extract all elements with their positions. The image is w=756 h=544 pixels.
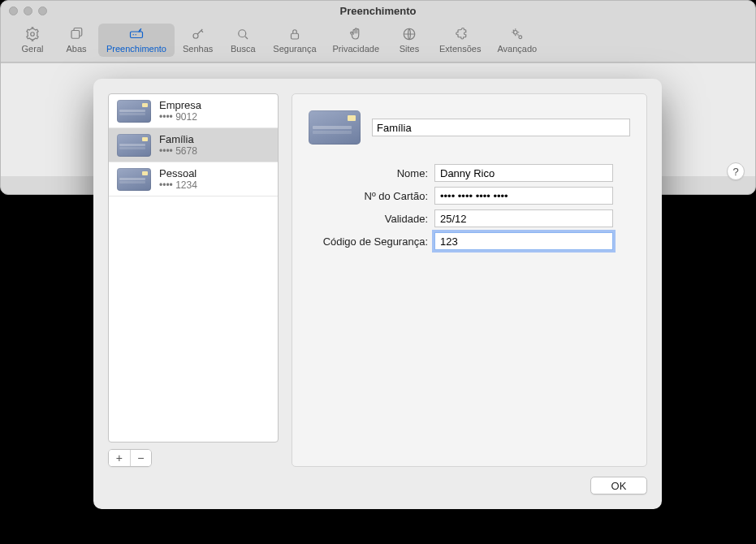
titlebar: Preenchimento — [1, 1, 755, 20]
ok-button[interactable]: OK — [590, 477, 647, 494]
remove-card-button[interactable]: − — [131, 450, 152, 466]
svg-point-6 — [404, 28, 415, 40]
card-number-input[interactable] — [434, 187, 613, 205]
hand-icon — [348, 27, 363, 41]
tab-label: Extensões — [439, 44, 481, 54]
tabs-icon — [69, 27, 84, 41]
tab-abas: Abas — [54, 24, 98, 57]
credit-card-icon — [117, 100, 151, 123]
tab-busca: Busca — [221, 24, 265, 57]
card-name: Empresa — [159, 99, 201, 111]
label-name: Nome: — [309, 167, 434, 179]
card-row-pessoal[interactable]: Pessoal •••• 1234 — [109, 162, 278, 196]
svg-point-4 — [239, 30, 246, 37]
card-list[interactable]: Empresa •••• 9012 Família •••• 5678 Pess… — [108, 93, 279, 443]
tab-label: Avançado — [497, 44, 537, 54]
add-remove-group: + − — [108, 449, 152, 467]
key-icon — [191, 27, 205, 41]
label-cvv: Código de Segurança: — [309, 235, 434, 248]
card-masked-digits: •••• 5678 — [159, 145, 197, 157]
tab-label: Privacidade — [333, 44, 379, 54]
tab-privacidade: Privacidade — [325, 24, 387, 57]
svg-point-3 — [193, 33, 198, 38]
tab-seguranca: Segurança — [265, 24, 324, 57]
plus-icon: + — [116, 451, 123, 464]
close-window-icon — [9, 6, 18, 15]
gear-icon — [25, 27, 40, 41]
label-card-number: Nº do Cartão: — [309, 190, 434, 202]
tab-geral: Geral — [11, 24, 54, 57]
tab-sites: Sites — [387, 24, 431, 57]
minimize-window-icon — [24, 6, 32, 15]
svg-rect-2 — [131, 32, 143, 38]
autofill-icon — [129, 27, 144, 41]
add-card-button[interactable]: + — [109, 450, 131, 466]
lock-icon — [287, 27, 302, 41]
card-name: Pessoal — [159, 167, 197, 179]
tab-label: Segurança — [273, 44, 316, 54]
svg-point-8 — [519, 36, 522, 39]
tab-senhas: Senhas — [175, 24, 221, 57]
card-cvv-input[interactable] — [434, 232, 613, 250]
card-masked-digits: •••• 1234 — [159, 179, 197, 191]
card-name: Família — [159, 133, 197, 145]
minus-icon: − — [137, 451, 144, 464]
card-expiry-input[interactable] — [434, 209, 613, 227]
credit-card-icon — [117, 134, 151, 157]
svg-rect-5 — [291, 33, 298, 39]
window-title: Preenchimento — [340, 5, 417, 17]
credit-cards-sheet: Empresa •••• 9012 Família •••• 5678 Pess… — [93, 79, 662, 509]
tab-avancado: Avançado — [489, 24, 545, 57]
tab-preenchimento: Preenchimento — [98, 24, 175, 57]
preferences-toolbar: Geral Abas Preenchimento Senhas — [1, 20, 755, 63]
card-list-panel: Empresa •••• 9012 Família •••• 5678 Pess… — [108, 93, 279, 467]
gears-icon — [510, 27, 525, 41]
svg-rect-1 — [71, 31, 80, 39]
credit-card-icon — [309, 110, 361, 145]
tab-label: Senhas — [183, 44, 213, 54]
help-label: ? — [732, 166, 738, 178]
svg-point-0 — [31, 32, 35, 37]
tab-label: Abas — [66, 44, 86, 54]
card-description-input[interactable] — [372, 119, 630, 136]
card-masked-digits: •••• 9012 — [159, 111, 201, 123]
card-row-empresa[interactable]: Empresa •••• 9012 — [109, 94, 278, 128]
search-icon — [235, 27, 250, 41]
ok-button-label: OK — [611, 480, 627, 492]
puzzle-icon — [453, 27, 468, 41]
credit-card-icon — [117, 168, 151, 191]
globe-icon — [402, 27, 417, 41]
help-button: ? — [727, 162, 745, 180]
tab-label: Busca — [231, 44, 256, 54]
svg-point-7 — [513, 31, 517, 35]
tab-label: Sites — [400, 44, 419, 54]
tab-extensoes: Extensões — [431, 24, 489, 57]
tab-label: Preenchimento — [106, 44, 166, 54]
cardholder-name-input[interactable] — [434, 164, 613, 182]
label-expiry: Validade: — [309, 213, 434, 225]
tab-label: Geral — [22, 44, 44, 54]
zoom-window-icon — [38, 6, 47, 15]
card-row-familia[interactable]: Família •••• 5678 — [109, 128, 278, 162]
card-detail-pane: Nome: Nº do Cartão: Validade: Código de … — [292, 93, 647, 467]
window-controls — [9, 6, 47, 15]
